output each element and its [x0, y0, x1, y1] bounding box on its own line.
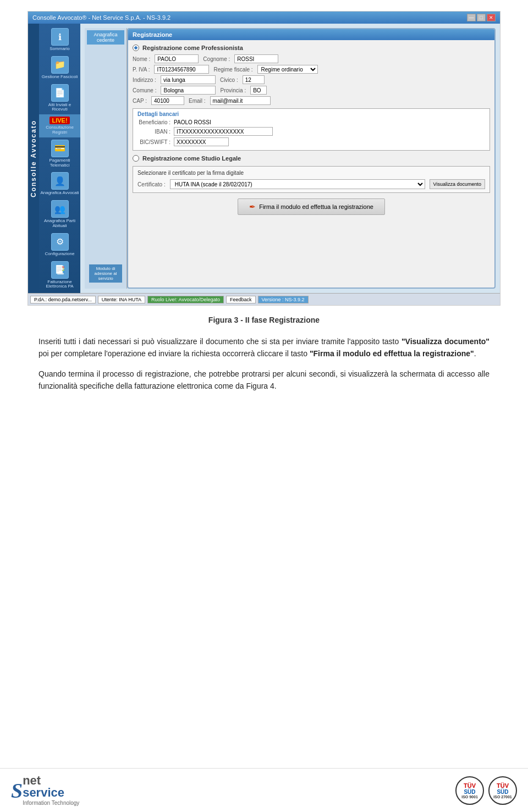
status-bar: P.dA.: demo.pda.netserv... Utente: INA H… — [28, 293, 500, 305]
bold-firma: "Firma il modulo ed effettua la registra… — [310, 349, 474, 358]
firma-button-label: Firma il modulo ed effettua la registraz… — [259, 203, 373, 210]
fascicoli-icon: 📁 — [51, 56, 69, 74]
indirizzo-label: Indirizzo : — [133, 77, 156, 83]
iban-row: IBAN : — [138, 127, 485, 136]
logo-net: net — [23, 775, 79, 787]
main-content: Anagrafica cedente Modulo di adesione al… — [80, 24, 500, 293]
bank-title: Dettagli bancari — [138, 111, 485, 117]
studio-label: Registrazione come Studio Legale — [142, 155, 241, 162]
sidebar-item-atti[interactable]: 📄 Atti Inviati e Ricevuti — [39, 82, 80, 115]
regime-select[interactable]: Regime ordinario — [257, 65, 318, 74]
studio-radio[interactable] — [133, 155, 139, 162]
iso-27001: ISO 27001 — [493, 795, 512, 799]
registration-dialog: Registrazione Registrazione come Profess… — [127, 28, 496, 289]
minimize-button[interactable]: — — [467, 14, 476, 21]
footer-badges: TÜV SÜD ISO 9001 TÜV SÜD ISO 27001 — [455, 776, 517, 805]
email-label: Email : — [189, 98, 206, 104]
paragraph1: Inseriti tutti i dati necessari si può v… — [38, 335, 490, 360]
cert-title: Selezionare il certificato per la firma … — [138, 170, 485, 176]
cert-select[interactable]: HUTA INA (scade il 28/02/2017) — [170, 179, 425, 189]
left-panel: Anagrafica cedente Modulo di adesione al… — [85, 28, 127, 289]
bank-section: Dettagli bancari Beneficiario : PAOLO RO… — [133, 108, 490, 151]
piva-label: P. IVA : — [133, 67, 150, 73]
tuv-text-1: TÜV — [464, 782, 476, 789]
firma-button[interactable]: ✒ Firma il modulo ed effettua la registr… — [238, 198, 385, 215]
logo-service: service — [23, 787, 79, 799]
close-button[interactable]: ✕ — [487, 14, 496, 21]
status-ruolo: Ruolo Live!: Avvocato/Delegato — [147, 296, 224, 303]
civico-input[interactable] — [243, 75, 265, 84]
professionista-radio[interactable] — [133, 45, 139, 51]
sommario-icon: ℹ — [51, 28, 69, 46]
sidebar-item-pagamenti[interactable]: 💳 Pagamenti Telematici — [39, 137, 80, 170]
avvocati-icon: 👤 — [51, 172, 69, 190]
studio-section-header: Registrazione come Studio Legale — [133, 155, 490, 162]
provincia-label: Provincia : — [220, 87, 246, 93]
cert-row: Certificato : HUTA INA (scade il 28/02/2… — [138, 179, 485, 189]
configurazione-icon: ⚙ — [51, 233, 69, 251]
atti-icon: 📄 — [51, 84, 69, 102]
sod-text-1: SÜD — [464, 789, 475, 795]
civico-label: Civico : — [220, 77, 238, 83]
window-controls: — □ ✕ — [467, 14, 496, 21]
logo: S net service Information Technology — [11, 775, 79, 806]
sidebar: ℹ Sommario 📁 Gestione Fascicoli 📄 Atti I… — [39, 24, 80, 293]
iso-9001: ISO 9001 — [461, 795, 478, 799]
cognome-input[interactable] — [234, 54, 278, 63]
indirizzo-input[interactable] — [161, 75, 216, 84]
title-bar: Consolle Avvocato® - Net Service S.p.A. … — [28, 12, 500, 24]
professionista-section-header: Registrazione come Professionista — [133, 45, 490, 51]
status-utente: Utente: INA HUTA — [98, 296, 145, 303]
iban-input[interactable] — [174, 127, 273, 136]
sod-text-2: SÜD — [497, 789, 508, 795]
visualizza-documento-button[interactable]: Visualizza documento — [430, 179, 485, 189]
bic-row: BIC/SWIFT : — [138, 137, 485, 146]
comune-input[interactable] — [161, 86, 216, 95]
sidebar-item-parti[interactable]: 👥 Anagrafica Parti Abituali — [39, 198, 80, 231]
footer: S net service Information Technology TÜV… — [0, 768, 528, 812]
cert-label: Certificato : — [138, 181, 166, 187]
cap-input[interactable] — [151, 96, 184, 105]
beneficiario-value: PAOLO ROSSI — [174, 119, 211, 125]
professionista-label: Registrazione come Professionista — [142, 45, 243, 51]
bic-label: BIC/SWIFT : — [138, 139, 170, 145]
sidebar-vertical-title: Consolle Avvocato — [28, 24, 39, 293]
sidebar-item-configurazione[interactable]: ⚙ Configurazione — [39, 231, 80, 259]
piva-input[interactable] — [154, 65, 209, 74]
sidebar-item-sommario[interactable]: ℹ Sommario — [39, 26, 80, 54]
dialog-body: Registrazione come Professionista Nome :… — [128, 40, 494, 219]
bold-visualizza: "Visualizza documento" — [402, 337, 490, 346]
pen-icon: ✒ — [249, 202, 256, 211]
beneficiario-label: Beneficiario : — [138, 119, 170, 125]
sidebar-item-fascicoli[interactable]: 📁 Gestione Fascicoli — [39, 54, 80, 82]
status-pda: P.dA.: demo.pda.netserv... — [30, 296, 96, 303]
tuv-badge-27001: TÜV SÜD ISO 27001 — [488, 776, 517, 805]
nome-input[interactable] — [155, 54, 199, 63]
sidebar-item-avvocati[interactable]: 👤 Anagrafica Avvocati — [39, 170, 80, 198]
logo-text-block: net service Information Technology — [23, 775, 79, 806]
screenshot-container: Consolle Avvocato® - Net Service S.p.A. … — [28, 11, 501, 306]
tuv-text-2: TÜV — [497, 782, 509, 789]
provincia-input[interactable] — [250, 86, 267, 95]
dialog-title: Registrazione — [128, 29, 494, 40]
tuv-badge-9001: TÜV SÜD ISO 9001 — [455, 776, 484, 805]
email-input[interactable] — [210, 96, 271, 105]
regime-label: Regime fiscale : — [213, 67, 252, 73]
logo-s-letter: S — [11, 780, 23, 801]
beneficiario-row: Beneficiario : PAOLO ROSSI — [138, 119, 485, 125]
cap-label: CAP : — [133, 98, 147, 104]
nome-label: Nome : — [133, 56, 150, 62]
sidebar-item-fatturazione[interactable]: 📑 Fatturazione Elettronica PA — [39, 259, 80, 292]
anagrafica-cedente-item[interactable]: Anagrafica cedente — [87, 30, 124, 45]
logo-subtitle: Information Technology — [23, 800, 79, 806]
body-text: Inseriti tutti i dati necessari si può v… — [38, 335, 490, 393]
window-title: Consolle Avvocato® - Net Service S.p.A. … — [32, 14, 170, 21]
bic-input[interactable] — [174, 137, 229, 146]
paragraph2: Quando termina il processo di registrazi… — [38, 368, 490, 393]
sidebar-item-live[interactable]: LIVE! Consultazione Registri — [39, 114, 80, 137]
modulo-panel: Modulo di adesione al servizio — [89, 264, 122, 283]
pagamenti-icon: 💳 — [51, 140, 69, 157]
fatturazione-icon: 📑 — [51, 261, 69, 279]
status-versione: Versione : NS-3.9.2 — [258, 296, 309, 303]
maximize-button[interactable]: □ — [477, 14, 486, 21]
